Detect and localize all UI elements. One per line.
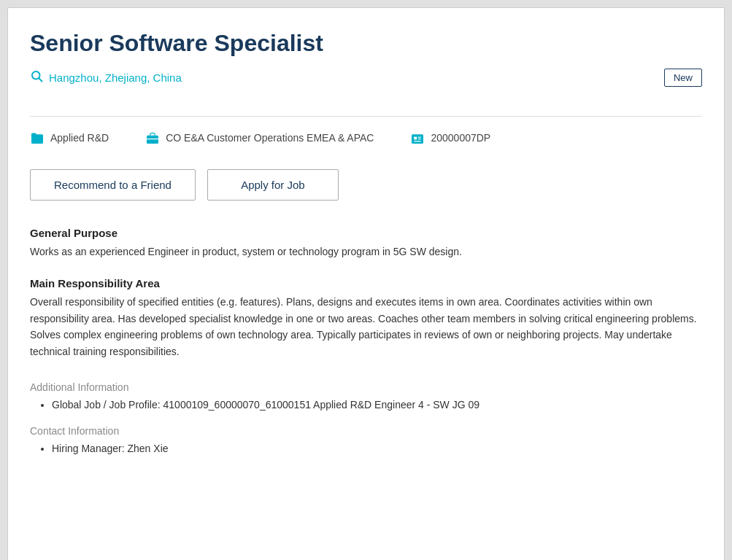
general-purpose-section: General Purpose Works as an experienced …: [30, 227, 702, 260]
job-title: Senior Software Specialist: [30, 30, 702, 57]
divider: [30, 116, 702, 117]
additional-info-label: Additional Information: [30, 381, 702, 393]
apply-button[interactable]: Apply for Job: [207, 169, 339, 201]
contact-info-list: Hiring Manager: Zhen Xie: [30, 443, 702, 454]
main-responsibility-section: Main Responsibility Area Overall respons…: [30, 277, 702, 359]
main-responsibility-title: Main Responsibility Area: [30, 277, 702, 289]
info-item-jobid: 20000007DP: [410, 131, 490, 147]
briefcase-icon: [145, 132, 160, 147]
main-responsibility-text: Overall responsibility of specified enti…: [30, 294, 702, 359]
search-icon: [30, 69, 43, 86]
svg-rect-2: [147, 136, 158, 144]
general-purpose-title: General Purpose: [30, 227, 702, 239]
recommend-button[interactable]: Recommend to a Friend: [30, 169, 196, 201]
folder-icon: [30, 132, 45, 147]
new-badge: New: [664, 69, 702, 87]
location-row: Hangzhou, Zhejiang, China New: [30, 69, 702, 94]
contact-info-item: Hiring Manager: Zhen Xie: [52, 443, 702, 454]
svg-rect-5: [415, 136, 417, 139]
contact-info-label: Contact Information: [30, 425, 702, 437]
info-item-division: CO E&A Customer Operations EMEA & APAC: [145, 131, 374, 147]
location-left: Hangzhou, Zhejiang, China: [30, 69, 182, 86]
general-purpose-text: Works as an experienced Engineer in prod…: [30, 244, 702, 260]
jobid-text: 20000007DP: [431, 131, 490, 146]
action-buttons: Recommend to a Friend Apply for Job: [30, 169, 702, 201]
division-text: CO E&A Customer Operations EMEA & APAC: [166, 131, 374, 146]
additional-info-item: Global Job / Job Profile: 41000109_60000…: [52, 399, 702, 411]
info-row: Applied R&D CO E&A Customer Operations E…: [30, 131, 702, 147]
info-item-department: Applied R&D: [30, 131, 109, 147]
svg-rect-4: [412, 134, 423, 144]
id-icon: [410, 132, 425, 147]
location-text: Hangzhou, Zhejiang, China: [49, 71, 182, 84]
additional-info-list: Global Job / Job Profile: 41000109_60000…: [30, 399, 702, 411]
additional-info: Additional Information Global Job / Job …: [30, 381, 702, 454]
department-text: Applied R&D: [50, 131, 109, 146]
page-container: Senior Software Specialist Hangzhou, Zhe…: [7, 7, 725, 560]
svg-line-1: [39, 78, 42, 81]
